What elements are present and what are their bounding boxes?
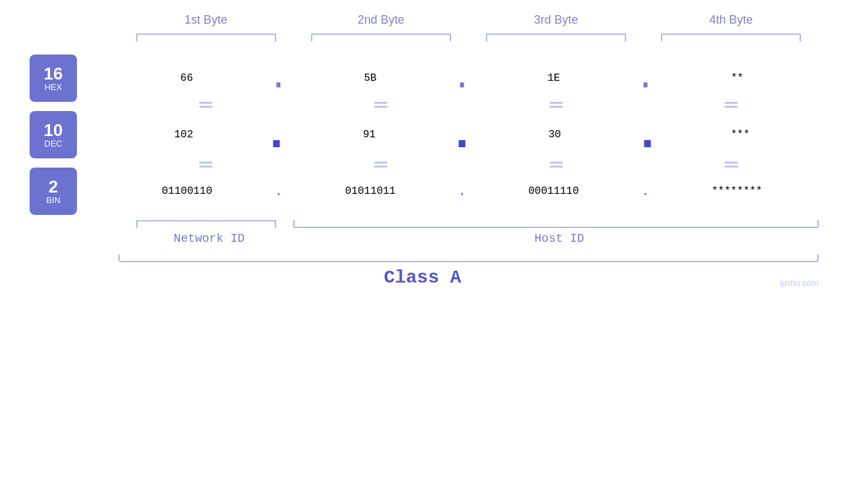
bin-byte2: 01011011 xyxy=(289,185,452,197)
bin-byte1: 01100110 xyxy=(105,185,269,197)
bracket-top-2 xyxy=(311,34,451,41)
hex-base-name: HEX xyxy=(45,82,62,92)
bottom-brackets xyxy=(118,220,819,228)
watermark: ipshu.com xyxy=(780,278,819,288)
bin-base-num: 2 xyxy=(49,178,58,195)
eq-cell-2d xyxy=(644,162,819,168)
hex-byte3: 1E xyxy=(472,72,635,84)
dec-label-box: 10 DEC xyxy=(30,111,77,158)
dec-byte4: *** xyxy=(662,129,819,141)
dec-row: 10 DEC 102 . 91 . 30 . *** xyxy=(26,108,819,162)
class-label: Class A xyxy=(384,267,462,288)
dec-values: 102 . 91 . 30 . *** xyxy=(105,108,819,162)
dec-dot2: . xyxy=(448,108,476,162)
bracket-top-4 xyxy=(661,34,801,41)
eq-row-1 xyxy=(26,102,819,108)
bin-byte4: ******** xyxy=(655,185,819,197)
full-bracket xyxy=(118,254,819,262)
bin-values: 01100110 . 01011011 . 00011110 . *******… xyxy=(105,183,819,200)
bin-row: 2 BIN 01100110 . 01011011 . 00011110 . *… xyxy=(26,168,819,215)
hex-values: 66 . 5B . 1E . ** xyxy=(105,59,819,98)
bracket-bottom-net xyxy=(136,220,276,228)
full-bracket-wrapper xyxy=(26,254,819,262)
byte-headers: 1st Byte 2nd Byte 3rd Byte 4th Byte xyxy=(26,13,819,27)
top-brackets xyxy=(26,34,819,41)
eq-cell-1c xyxy=(469,102,644,108)
bin-label-box: 2 BIN xyxy=(30,168,77,215)
hex-dot2: . xyxy=(452,59,472,98)
dec-dot1: . xyxy=(262,108,291,162)
id-labels: Network ID Host ID xyxy=(118,232,819,245)
hex-base-num: 16 xyxy=(44,65,63,82)
bottom-area: Network ID Host ID xyxy=(26,220,819,245)
hex-label-box: 16 HEX xyxy=(30,55,77,102)
eq-cell-1d xyxy=(644,102,819,108)
bracket-top-3 xyxy=(486,34,626,41)
hex-byte2: 5B xyxy=(289,72,452,84)
network-id-label: Network ID xyxy=(118,232,300,245)
dec-dot3: . xyxy=(633,108,662,162)
dec-base-name: DEC xyxy=(44,139,62,149)
bin-label: 2 BIN xyxy=(26,168,105,215)
bin-byte3: 00011110 xyxy=(472,185,636,197)
hex-dot3: . xyxy=(635,59,656,98)
eq-row-2 xyxy=(26,162,819,168)
host-id-label: Host ID xyxy=(300,232,819,245)
eq-cell-1b xyxy=(293,102,468,108)
eq-cell-2b xyxy=(293,162,468,168)
byte2-header: 2nd Byte xyxy=(293,13,468,27)
eq-cell-1a xyxy=(118,102,293,108)
bin-dot2: . xyxy=(452,183,472,200)
bracket-top-1 xyxy=(136,34,276,41)
bin-dot1: . xyxy=(269,183,289,200)
hex-label: 16 HEX xyxy=(26,55,105,102)
byte4-header: 4th Byte xyxy=(644,13,819,27)
hex-dot1: . xyxy=(268,59,289,98)
bracket-bottom-host xyxy=(293,220,819,228)
dec-byte3: 30 xyxy=(476,129,633,141)
eq-cell-2a xyxy=(118,162,293,168)
dec-byte2: 91 xyxy=(291,129,448,141)
bin-base-name: BIN xyxy=(46,195,60,205)
bin-dot3: . xyxy=(635,183,655,200)
hex-byte4: ** xyxy=(656,72,819,84)
dec-byte1: 102 xyxy=(105,129,262,141)
dec-base-num: 10 xyxy=(44,122,63,139)
main-container: 1st Byte 2nd Byte 3rd Byte 4th Byte 16 H… xyxy=(0,0,845,504)
hex-row: 16 HEX 66 . 5B . 1E . ** xyxy=(26,55,819,102)
eq-cell-2c xyxy=(469,162,644,168)
class-row: Class A ipshu.com xyxy=(26,267,819,288)
byte1-header: 1st Byte xyxy=(118,13,293,27)
byte3-header: 3rd Byte xyxy=(469,13,644,27)
dec-label: 10 DEC xyxy=(26,111,105,158)
hex-byte1: 66 xyxy=(105,72,268,84)
